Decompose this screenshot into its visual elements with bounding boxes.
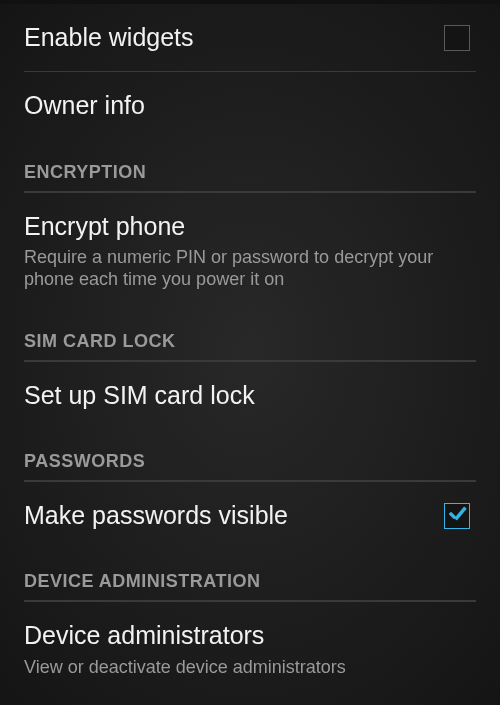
settings-screen: Enable widgets Owner info ENCRYPTION Enc… bbox=[0, 0, 500, 705]
row-passwords-visible[interactable]: Make passwords visible bbox=[0, 482, 500, 549]
passwords-visible-checkbox[interactable] bbox=[444, 503, 470, 529]
section-header-passwords: PASSWORDS bbox=[0, 429, 500, 480]
section-header-sim: SIM CARD LOCK bbox=[0, 309, 500, 360]
enable-widgets-label: Enable widgets bbox=[24, 22, 476, 53]
device-admins-label: Device administrators bbox=[24, 620, 476, 651]
owner-info-label: Owner info bbox=[24, 90, 476, 121]
sim-lock-label: Set up SIM card lock bbox=[24, 380, 476, 411]
section-header-encryption: ENCRYPTION bbox=[0, 140, 500, 191]
row-device-admins[interactable]: Device administrators View or deactivate… bbox=[0, 602, 500, 686]
row-sim-lock[interactable]: Set up SIM card lock bbox=[0, 362, 500, 429]
settings-list: Enable widgets Owner info ENCRYPTION Enc… bbox=[0, 4, 500, 686]
passwords-visible-label: Make passwords visible bbox=[24, 500, 476, 531]
device-admins-sub: View or deactivate device administrators bbox=[24, 656, 476, 679]
section-header-device-admin: DEVICE ADMINISTRATION bbox=[0, 549, 500, 600]
enable-widgets-checkbox[interactable] bbox=[444, 25, 470, 51]
encrypt-phone-sub: Require a numeric PIN or password to dec… bbox=[24, 246, 476, 291]
encrypt-phone-label: Encrypt phone bbox=[24, 211, 476, 242]
row-enable-widgets[interactable]: Enable widgets bbox=[0, 4, 500, 71]
row-encrypt-phone[interactable]: Encrypt phone Require a numeric PIN or p… bbox=[0, 193, 500, 309]
row-owner-info[interactable]: Owner info bbox=[0, 72, 500, 139]
